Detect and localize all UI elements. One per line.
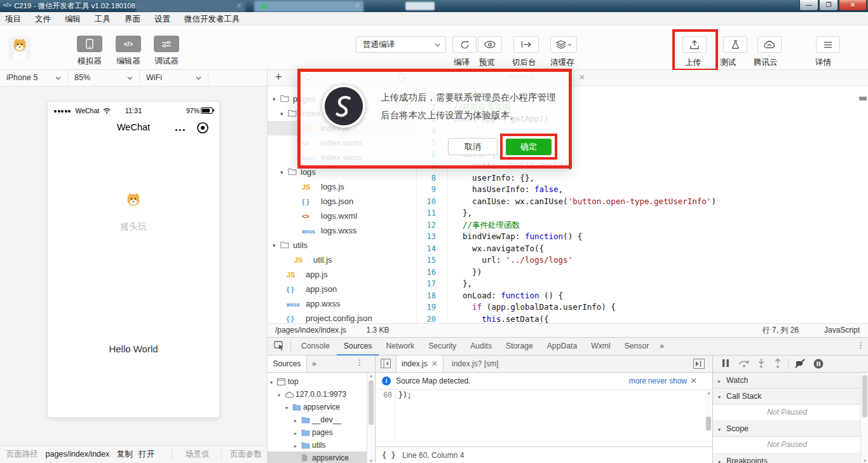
editor-scrollbar-thumb[interactable] — [859, 97, 867, 100]
project-avatar[interactable] — [8, 36, 31, 59]
background-switch-button[interactable] — [513, 36, 539, 53]
menu-item[interactable]: 微信开发者工具 — [184, 14, 240, 25]
phone-screen[interactable]: WeChat 11:31 97% WeChat ••• — [48, 102, 219, 417]
compile-mode-select[interactable]: 普通编译 — [356, 36, 446, 53]
editor-toggle[interactable]: </> 编辑器 — [115, 36, 142, 67]
menu-item[interactable]: 项目 — [5, 14, 21, 25]
background-tab[interactable]: ✕ — [254, 1, 363, 12]
pretty-print-icon[interactable]: { } — [382, 447, 396, 463]
source-tab-indexjs[interactable]: index.js✕ — [396, 356, 444, 372]
sources-tree-item[interactable]: ▾appservice — [268, 401, 367, 413]
preview-button[interactable] — [478, 36, 502, 53]
devtools-tab[interactable]: Console — [294, 338, 337, 356]
tree-item[interactable]: wxsslogs.wxss — [268, 223, 416, 238]
network-select[interactable]: WiFi — [140, 70, 208, 86]
close-icon[interactable]: ✕ — [690, 373, 697, 389]
sources-tree-item[interactable]: ▸utils — [268, 439, 367, 452]
more-icon[interactable]: ••• — [175, 126, 186, 134]
tree-item[interactable]: JSapp.js — [268, 267, 416, 282]
menu-item[interactable]: 设置 — [154, 14, 170, 25]
debug-section-header[interactable]: ▾Scope — [713, 421, 861, 437]
devtools-tab[interactable]: AppData — [540, 338, 584, 356]
debug-section-header[interactable]: ▸Watch — [713, 373, 861, 389]
navigator-scrollbar[interactable]: ▲▼ — [367, 373, 375, 463]
devtools-tab[interactable]: Security — [421, 338, 463, 356]
sources-tree-item[interactable]: appservice — [268, 452, 367, 463]
toggle-navigator-icon[interactable] — [381, 359, 391, 371]
devtools-tab[interactable]: Sources — [337, 338, 379, 356]
simulator-toggle[interactable]: 模拟器 — [76, 36, 103, 67]
devtools-tab[interactable]: Sensor — [618, 338, 656, 356]
tree-item[interactable]: { }logs.json — [268, 194, 416, 209]
detail-button[interactable] — [816, 36, 840, 53]
user-info-block[interactable]: 摇头玩 — [48, 191, 219, 233]
debug-section-header[interactable]: ▾Call Stack — [713, 389, 861, 404]
cancel-button[interactable]: 取消 — [448, 138, 498, 155]
expand-arrow-icon[interactable]: ▾ — [280, 107, 288, 121]
source-vscrollbar[interactable]: ▲ ▼ — [705, 390, 712, 431]
expand-arrow-icon[interactable]: ▾ — [270, 377, 277, 389]
zoom-select[interactable]: 85% — [68, 70, 140, 86]
devtools-tab[interactable]: Network — [379, 338, 421, 356]
open-path-button[interactable]: 打开 — [139, 450, 154, 459]
menu-item[interactable]: 工具 — [95, 14, 111, 25]
test-button[interactable] — [723, 36, 747, 53]
expand-arrow-icon[interactable]: ▸ — [294, 440, 301, 453]
tree-item[interactable]: <>logs.wxml — [268, 209, 416, 223]
more-link[interactable]: more — [629, 373, 646, 389]
add-tab-button[interactable]: + — [275, 71, 282, 84]
inspect-element-icon[interactable] — [274, 341, 285, 354]
tree-item[interactable]: { }app.json — [268, 282, 416, 296]
sources-tree-item[interactable]: ▾127.0.0.1:9973 — [268, 388, 367, 401]
menu-item[interactable]: 编辑 — [65, 14, 81, 25]
tree-item[interactable]: { }project.config.json — [268, 311, 416, 323]
tencent-cloud-button[interactable] — [757, 36, 782, 53]
home-capsule-icon[interactable] — [196, 121, 209, 137]
debugger-scrollbar[interactable]: ▼ — [860, 373, 868, 463]
never-show-link[interactable]: never show — [648, 373, 687, 389]
restore-button[interactable]: ❐ — [819, 0, 838, 11]
sources-tree-item[interactable]: ▸pages — [268, 426, 367, 439]
source-tab-indexjs-sm[interactable]: index.js? [sm] — [447, 356, 503, 372]
tab-overflow-icon[interactable]: » — [656, 338, 668, 356]
devtools-tab[interactable]: Wxml — [584, 338, 617, 356]
deactivate-breakpoints-icon[interactable] — [794, 359, 807, 368]
clear-cache-button[interactable] — [550, 36, 577, 53]
pause-icon[interactable] — [722, 359, 729, 368]
upload-button[interactable] — [682, 36, 707, 53]
background-tab[interactable]: ✕ — [136, 1, 245, 12]
menu-item[interactable]: 文件 — [35, 14, 51, 25]
scene-label[interactable]: 场景值 — [186, 446, 210, 463]
copy-path-button[interactable]: 复制 — [117, 450, 133, 459]
expand-arrow-icon[interactable]: ▾ — [273, 238, 280, 253]
language-mode[interactable]: JavaScript — [824, 324, 860, 337]
expand-arrow-icon[interactable]: ▾ — [285, 402, 292, 415]
devtools-menu-icon[interactable]: ⋮ — [857, 340, 865, 350]
navigator-menu-icon[interactable]: ⋮ — [356, 358, 363, 367]
devtools-tab[interactable]: Audits — [463, 338, 499, 356]
expand-arrow-icon[interactable]: ▾ — [278, 389, 285, 402]
expand-arrow-icon[interactable]: ▸ — [294, 427, 301, 440]
step-out-icon[interactable] — [774, 359, 782, 368]
params-label[interactable]: 页面参数 — [230, 446, 262, 463]
minimize-button[interactable]: — — [799, 0, 818, 11]
tree-item[interactable]: ▾utils — [268, 238, 416, 252]
devtools-tab[interactable]: Storage — [499, 338, 540, 356]
close-button[interactable]: ✕ — [839, 0, 867, 11]
tree-item[interactable]: JSlogs.js — [268, 179, 416, 194]
close-icon[interactable]: ✕ — [579, 73, 585, 82]
debugger-toggle[interactable]: 调试器 — [153, 36, 180, 67]
navigator-tab-sources[interactable]: Sources — [268, 356, 307, 372]
confirm-button[interactable]: 确定 — [506, 139, 552, 155]
step-into-icon[interactable] — [757, 359, 765, 368]
menu-item[interactable]: 界面 — [125, 14, 140, 25]
expand-arrow-icon[interactable]: ▸ — [294, 415, 301, 427]
tree-item[interactable]: JSutil.js — [268, 252, 416, 267]
tree-item[interactable]: wxssapp.wxss — [268, 296, 416, 311]
device-select[interactable]: iPhone 5 — [0, 70, 68, 86]
sources-tree-item[interactable]: ▾top — [268, 375, 367, 388]
expand-arrow-icon[interactable]: ▾ — [280, 165, 288, 180]
navigator-overflow[interactable]: » — [312, 356, 316, 372]
sources-tree-item[interactable]: ▸__dev__ — [268, 413, 367, 426]
step-over-icon[interactable] — [738, 359, 750, 368]
